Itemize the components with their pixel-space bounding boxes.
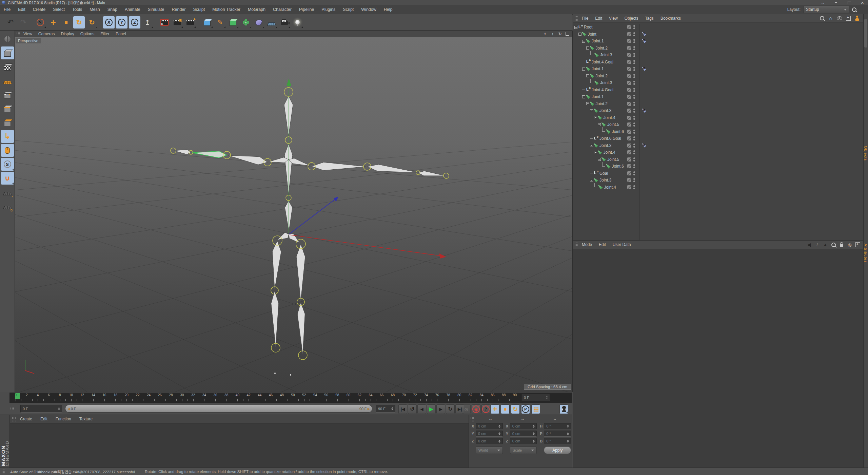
spinner-icon[interactable] bbox=[498, 440, 501, 443]
bone[interactable] bbox=[418, 171, 445, 176]
tree-row-joint-2-3[interactable]: Joint.2 bbox=[573, 45, 863, 52]
coordinate-field[interactable]: 0 cm bbox=[476, 438, 503, 444]
coordinate-system-icon[interactable]: ↥ bbox=[142, 16, 153, 28]
add-spline-icon[interactable]: ✎ bbox=[214, 16, 226, 28]
axis-z-line[interactable] bbox=[289, 199, 336, 234]
world-dropdown[interactable]: World bbox=[476, 446, 503, 454]
tab-objects[interactable]: Objects bbox=[864, 146, 868, 161]
object-name[interactable]: Joint.6 bbox=[612, 164, 624, 169]
expand-toggle-icon[interactable] bbox=[586, 46, 589, 50]
enable-axis-icon[interactable]: ↳ bbox=[1, 130, 14, 143]
coordinate-field[interactable]: 0 ° bbox=[544, 438, 571, 444]
object-name[interactable]: Joint.1 bbox=[592, 39, 604, 43]
object-name[interactable]: Joint.3 bbox=[599, 108, 611, 113]
timeline-scrubber[interactable]: ◀ 0 F 90 F ▶ bbox=[65, 405, 372, 413]
visibility-dots-icon[interactable] bbox=[633, 53, 635, 55]
visibility-dots-icon[interactable] bbox=[633, 171, 635, 173]
layer-chip[interactable] bbox=[627, 116, 631, 120]
previous-key-icon[interactable]: ↺ bbox=[408, 404, 417, 414]
record-keyframe-icon[interactable]: ⊙ bbox=[462, 404, 471, 414]
tree-row-root-0[interactable]: Root bbox=[573, 24, 863, 31]
expand-toggle-icon[interactable] bbox=[598, 158, 601, 161]
scale-tool-icon[interactable]: ■ bbox=[60, 16, 72, 28]
main-menu-snap[interactable]: Snap bbox=[104, 7, 121, 12]
layer-chip[interactable] bbox=[627, 53, 631, 57]
expand-toggle-icon[interactable] bbox=[590, 144, 593, 147]
joint-circle[interactable] bbox=[284, 88, 293, 96]
layer-chip[interactable] bbox=[627, 185, 631, 189]
drag-handle[interactable] bbox=[574, 16, 578, 21]
attr-search-icon[interactable] bbox=[830, 241, 837, 248]
toggle-view-icon[interactable] bbox=[565, 31, 570, 37]
om-menu-view[interactable]: View bbox=[606, 16, 621, 21]
attr-cursor-icon[interactable]: ▲ bbox=[822, 241, 829, 248]
expand-toggle-icon[interactable] bbox=[590, 179, 593, 182]
ik-tag-icon[interactable] bbox=[642, 66, 647, 71]
tree-row-joint-4-goal-5[interactable]: Joint.4.Goal bbox=[573, 59, 863, 66]
object-name[interactable]: Joint.1 bbox=[592, 94, 604, 99]
main-menu-character[interactable]: Character bbox=[269, 7, 295, 12]
lock-z-axis-icon[interactable]: Z bbox=[129, 16, 140, 28]
bone[interactable] bbox=[367, 165, 417, 172]
attr-target-icon[interactable]: ◎ bbox=[846, 241, 853, 248]
bone-selected[interactable] bbox=[192, 151, 227, 158]
zoom-view-icon[interactable]: ↕ bbox=[550, 31, 555, 37]
spinner-icon[interactable] bbox=[391, 407, 394, 410]
om-add-view-icon[interactable] bbox=[845, 15, 852, 22]
object-name[interactable]: Joint.1 bbox=[592, 66, 604, 71]
add-camera-icon[interactable] bbox=[279, 16, 290, 28]
axis-y-arrowhead[interactable] bbox=[287, 78, 291, 86]
main-menu-window[interactable]: Window bbox=[357, 7, 380, 12]
coordinate-field[interactable]: 0 cm bbox=[476, 423, 503, 429]
object-name[interactable]: Joint.4.Goal bbox=[592, 60, 613, 64]
expand-toggle-icon[interactable] bbox=[582, 95, 585, 98]
main-menu-simulate[interactable]: Simulate bbox=[144, 7, 168, 12]
viewport-menu-view[interactable]: View bbox=[20, 32, 35, 36]
tree-row-joint-3-22[interactable]: Joint.3 bbox=[573, 177, 863, 184]
scale-header[interactable]: -- bbox=[507, 417, 539, 421]
joint-circle[interactable] bbox=[285, 137, 292, 144]
expand-toggle-icon[interactable] bbox=[582, 68, 585, 71]
main-menu-sculpt[interactable]: Sculpt bbox=[189, 7, 209, 12]
object-name[interactable]: Joint.4 bbox=[604, 185, 616, 190]
main-menu-select[interactable]: Select bbox=[49, 7, 68, 12]
spinner-icon[interactable] bbox=[532, 432, 535, 435]
visibility-dots-icon[interactable] bbox=[633, 25, 635, 27]
main-menu-mograph[interactable]: MoGraph bbox=[244, 7, 269, 12]
rotation-header[interactable]: -- bbox=[539, 417, 571, 421]
layer-chip[interactable] bbox=[627, 171, 631, 175]
tree-row-joint-1[interactable]: Joint bbox=[573, 31, 863, 38]
object-name[interactable]: Joint.3 bbox=[600, 53, 612, 57]
visibility-dots-icon[interactable] bbox=[633, 46, 635, 48]
add-modeling-icon[interactable] bbox=[240, 16, 252, 28]
tree-row-joint-3-12[interactable]: Joint.3 bbox=[573, 107, 863, 114]
layer-chip[interactable] bbox=[627, 32, 631, 36]
tree-row-joint-5-14[interactable]: Joint.5 bbox=[573, 121, 863, 128]
tree-row-joint-4-13[interactable]: Joint.4 bbox=[573, 114, 863, 121]
om-menu-file[interactable]: File bbox=[578, 16, 592, 21]
tree-row-joint-3-4[interactable]: Joint.3 bbox=[573, 52, 863, 59]
layer-chip[interactable] bbox=[627, 178, 631, 182]
tab-attributes[interactable]: Attributes bbox=[864, 244, 868, 263]
record-rotation-icon[interactable]: ↻ bbox=[511, 404, 520, 414]
om-home-icon[interactable]: ⌂ bbox=[827, 15, 834, 22]
coordinate-field[interactable]: 0 cm bbox=[510, 438, 537, 444]
main-menu-motion-tracker[interactable]: Motion Tracker bbox=[209, 7, 244, 12]
live-selection-icon[interactable]: ↖ bbox=[35, 16, 46, 28]
layer-chip[interactable] bbox=[627, 136, 631, 140]
object-name[interactable]: Joint.5 bbox=[607, 122, 619, 127]
enable-snap-icon[interactable]: S bbox=[1, 158, 14, 171]
spinner-icon[interactable] bbox=[532, 440, 535, 443]
tree-row-goal-21[interactable]: Goal bbox=[573, 170, 863, 177]
add-cube-icon[interactable] bbox=[201, 16, 213, 28]
magnet-snap-icon[interactable]: ∪ bbox=[1, 172, 14, 185]
record-pla-icon[interactable] bbox=[531, 404, 540, 414]
add-generator-icon[interactable] bbox=[227, 16, 239, 28]
drag-handle[interactable] bbox=[1, 469, 5, 474]
visibility-dots-icon[interactable] bbox=[633, 95, 635, 96]
spinner-icon[interactable] bbox=[545, 396, 548, 399]
visibility-dots-icon[interactable] bbox=[633, 164, 635, 166]
object-name[interactable]: Joint.2 bbox=[596, 46, 608, 51]
tree-row-joint-4-goal-9[interactable]: Joint.4.Goal bbox=[573, 87, 863, 94]
joint-circle[interactable] bbox=[286, 195, 291, 201]
